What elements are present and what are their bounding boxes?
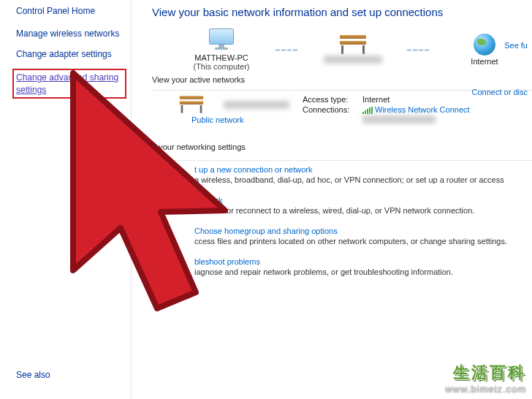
map-connector: ━━━━	[266, 46, 308, 54]
map-node-internet[interactable]: Internet	[444, 34, 525, 66]
map-this-pc-name: MATTHEW-PC	[181, 53, 262, 62]
network-map: MATTHEW-PC (This computer) ━━━━ ━━━━ Int…	[181, 28, 532, 71]
task-desc: ccess files and printers located on othe…	[194, 237, 532, 246]
bench-icon	[337, 35, 369, 54]
control-panel-home-link[interactable]: Control Panel Home	[16, 6, 123, 16]
blurred-network-name	[324, 56, 382, 64]
globe-icon	[474, 34, 495, 56]
see-full-map-link[interactable]: See fu	[504, 41, 528, 50]
task-desc: a wireless, broadband, dial-up, ad hoc, …	[194, 175, 532, 184]
task-homegroup[interactable]: Choose homegroup and sharing options cce…	[194, 227, 532, 246]
task-link[interactable]: network	[194, 196, 532, 205]
task-connect-network[interactable]: network Connect or reconnect to a wirele…	[194, 196, 532, 215]
see-also-heading: See also	[16, 370, 123, 380]
networking-tasks: e your networking settings t up a new co…	[148, 142, 532, 276]
task-link[interactable]: bleshoot problems	[194, 257, 532, 266]
task-set-up-connection[interactable]: t up a new connection or network a wirel…	[194, 165, 532, 184]
active-network-block[interactable]: Public network	[165, 95, 289, 126]
tasks-heading: e your networking settings	[152, 142, 532, 151]
connections-key: Connections:	[303, 105, 362, 114]
blurred-network-name	[224, 101, 289, 109]
task-desc: iagnose and repair network problems, or …	[194, 267, 532, 276]
map-this-pc-sub: (This computer)	[181, 62, 262, 71]
task-link[interactable]: Choose homegroup and sharing options	[194, 227, 532, 235]
public-network-link[interactable]: Public network	[191, 115, 289, 124]
task-link[interactable]: t up a new connection or network	[194, 165, 532, 174]
map-node-this-pc[interactable]: MATTHEW-PC (This computer)	[181, 28, 262, 71]
connections-value-link[interactable]: Wireless Network Connect	[362, 105, 470, 114]
signal-strength-icon	[362, 107, 373, 114]
access-type-value: Internet	[362, 95, 390, 104]
bench-icon	[177, 96, 206, 113]
main-content: View your basic network information and …	[132, 0, 532, 399]
sidebar-link-change-advanced-sharing[interactable]: Change advanced sharing settings	[12, 69, 126, 98]
page-title: View your basic network information and …	[152, 6, 532, 18]
sidebar-link-change-adapter[interactable]: Change adapter settings	[16, 48, 123, 60]
connection-details: Access type: Internet Connections: Wirel…	[303, 95, 470, 126]
computer-icon	[207, 28, 236, 52]
divider	[148, 160, 532, 161]
watermark-url: www.bimeiz.com	[445, 384, 526, 395]
blurred-ssid	[362, 115, 436, 123]
access-type-key: Access type:	[303, 95, 362, 104]
task-troubleshoot[interactable]: bleshoot problems iagnose and repair net…	[194, 257, 532, 276]
watermark: 生活百科 www.bimeiz.com	[445, 362, 526, 395]
watermark-text-cn: 生活百科	[445, 362, 526, 384]
active-networks-label: View your active networks	[152, 75, 532, 84]
sidebar: Control Panel Home Manage wireless netwo…	[0, 0, 132, 399]
task-desc: Connect or reconnect to a wireless, wire…	[194, 206, 532, 215]
sidebar-link-manage-wireless[interactable]: Manage wireless networks	[16, 28, 123, 39]
map-internet-label: Internet	[444, 57, 525, 66]
map-connector: ━━━━	[398, 46, 440, 54]
map-node-router[interactable]	[313, 35, 393, 65]
connect-or-disconnect-link[interactable]: Connect or disc	[472, 88, 528, 96]
